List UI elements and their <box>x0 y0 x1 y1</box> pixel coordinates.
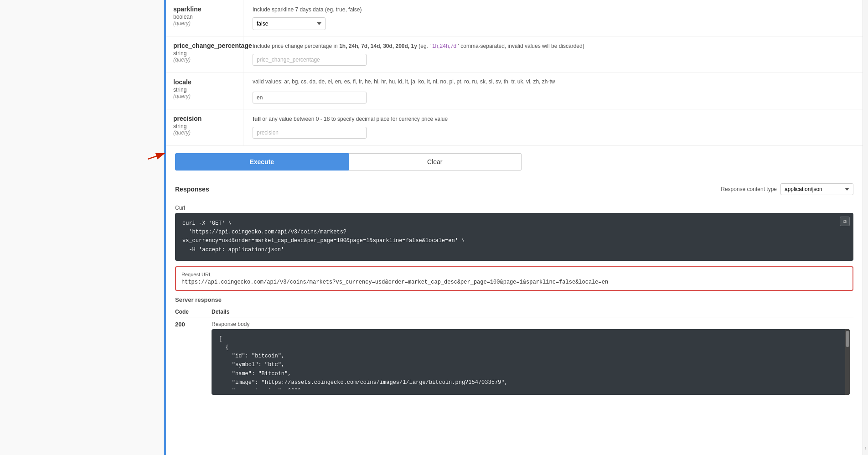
action-buttons-row: Execute Clear <box>175 153 522 171</box>
param-input-precision: full or any value between 0 - 18 to spec… <box>243 109 863 145</box>
red-arrow-indicator <box>148 148 170 161</box>
param-type-locale: string <box>173 87 236 93</box>
content-area: sparkline boolean (query) Include sparkl… <box>166 0 863 455</box>
param-input-locale: valid values: ar, bg, cs, da, de, el, en… <box>243 73 863 109</box>
response-table: Code Details 200 Response body <box>175 307 853 398</box>
scrollbar-track <box>845 329 850 395</box>
param-name-locale: locale <box>173 78 236 86</box>
response-body-box: [ { "id": "bitcoin", "symbol": "btc", "n… <box>212 329 850 395</box>
code-header: Code <box>175 307 212 317</box>
page-wrapper: sparkline boolean (query) Include sparkl… <box>0 0 868 455</box>
param-name-price-change: price_change_percentage <box>173 42 236 49</box>
price-change-description: Include price change percentage in 1h, 2… <box>253 42 853 50</box>
param-row-price-change: price_change_percentage string (query) I… <box>166 36 863 73</box>
far-right-panel: ↑ <box>863 0 868 455</box>
param-row-sparkline: sparkline boolean (query) Include sparkl… <box>166 0 863 36</box>
precision-input[interactable] <box>253 127 367 139</box>
server-response-label: Server response <box>175 296 853 303</box>
param-type-precision: string <box>173 123 236 129</box>
precision-description: full or any value between 0 - 18 to spec… <box>253 115 853 123</box>
param-label-precision: precision string (query) <box>166 109 243 145</box>
scroll-to-top-icon: ↑ <box>864 445 867 450</box>
sparkline-description: Include sparkline 7 days data (eg. true,… <box>253 5 853 14</box>
sparkline-select[interactable]: false true <box>253 17 326 30</box>
response-code-200: 200 <box>175 321 185 328</box>
param-row-locale: locale string (query) valid values: ar, … <box>166 73 863 109</box>
param-name-sparkline: sparkline <box>173 5 236 13</box>
clear-button[interactable]: Clear <box>349 153 522 171</box>
sidebar <box>0 0 164 455</box>
curl-box: curl -X 'GET' \ 'https://api.coingecko.c… <box>175 213 853 261</box>
param-query-locale: (query) <box>173 93 236 99</box>
response-content-label: Response content type <box>721 186 777 192</box>
curl-section: Curl curl -X 'GET' \ 'https://api.coinge… <box>175 205 853 261</box>
request-url-value: https://api.coingecko.com/api/v3/coins/m… <box>181 279 847 285</box>
responses-title: Responses <box>175 186 209 193</box>
scroll-to-top-button[interactable]: ↑ <box>864 445 867 450</box>
request-url-label: Request URL <box>181 272 847 277</box>
response-row-200: 200 Response body [ { "id": "bitcoin", "… <box>175 317 853 398</box>
price-change-input[interactable] <box>253 54 367 66</box>
response-details-200: Response body [ { "id": "bitcoin", "symb… <box>212 317 853 398</box>
execute-button[interactable]: Execute <box>175 153 349 171</box>
param-input-price-change: Include price change percentage in 1h, 2… <box>243 36 863 72</box>
curl-label: Curl <box>175 205 853 211</box>
action-row-container: Execute Clear <box>166 146 863 178</box>
param-label-sparkline: sparkline boolean (query) <box>166 0 243 36</box>
response-body-label: Response body <box>212 321 850 327</box>
svg-line-1 <box>148 153 165 159</box>
param-input-sparkline: Include sparkline 7 days data (eg. true,… <box>243 0 863 36</box>
details-header: Details <box>212 307 853 317</box>
response-content-type-group: Response content type application/json <box>721 183 853 195</box>
request-url-section: Request URL https://api.coingecko.com/ap… <box>175 266 853 291</box>
response-body-content: [ { "id": "bitcoin", "symbol": "btc", "n… <box>219 335 842 389</box>
server-response-section: Server response Code Details 200 <box>175 296 853 398</box>
param-query-price-change: (query) <box>173 57 236 63</box>
param-name-precision: precision <box>173 115 236 122</box>
responses-section: Responses Response content type applicat… <box>166 178 863 398</box>
param-type-sparkline: boolean <box>173 14 236 20</box>
param-label-price-change: price_change_percentage string (query) <box>166 36 243 72</box>
locale-input[interactable] <box>253 92 367 103</box>
response-content-select[interactable]: application/json <box>780 183 853 195</box>
locale-valid-values: valid values: ar, bg, cs, da, de, el, en… <box>253 78 853 85</box>
param-query-sparkline: (query) <box>173 20 236 26</box>
param-query-precision: (query) <box>173 129 236 136</box>
responses-header: Responses Response content type applicat… <box>175 178 853 199</box>
param-row-precision: precision string (query) full or any val… <box>166 109 863 146</box>
curl-command: curl -X 'GET' \ 'https://api.coingecko.c… <box>182 219 846 254</box>
param-type-price-change: string <box>173 50 236 57</box>
copy-icon: ⧉ <box>843 218 847 224</box>
scrollbar-thumb <box>846 331 849 347</box>
param-label-locale: locale string (query) <box>166 73 243 109</box>
curl-copy-button[interactable]: ⧉ <box>840 217 850 226</box>
